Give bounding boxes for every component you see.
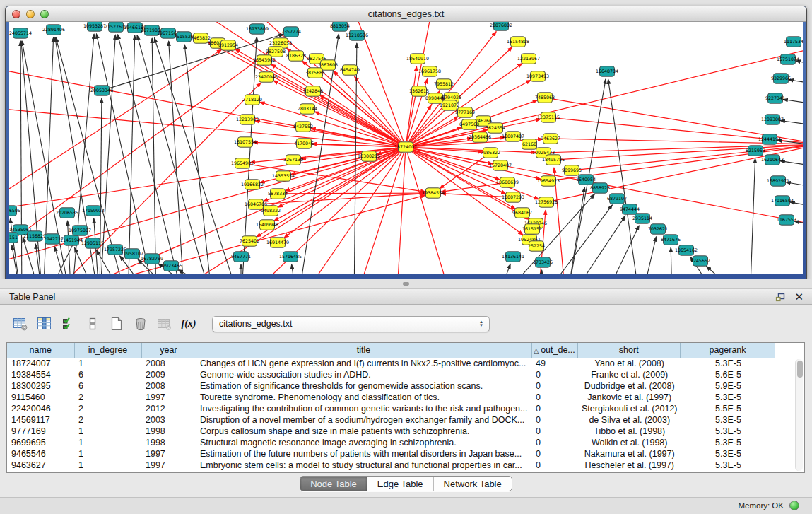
citation-edge[interactable] bbox=[601, 226, 639, 274]
table-cell[interactable]: 0 bbox=[531, 369, 577, 380]
citation-edge[interactable] bbox=[283, 193, 425, 194]
table-cell[interactable]: 0 bbox=[531, 414, 577, 426]
column-header-year[interactable]: year bbox=[141, 343, 196, 358]
split-divider[interactable] bbox=[0, 279, 812, 288]
table-cell[interactable]: 0 bbox=[531, 448, 577, 460]
float-window-icon[interactable] bbox=[775, 293, 785, 302]
citation-edge[interactable] bbox=[441, 194, 507, 197]
table-cell[interactable]: Franke et al. (2009) bbox=[577, 369, 681, 380]
table-cell[interactable]: Disruption of a novel member of a sodium… bbox=[196, 414, 531, 426]
table-cell[interactable]: Estimation of significance thresholds fo… bbox=[196, 380, 531, 392]
table-cell[interactable]: Wolkin et al. (1998) bbox=[577, 437, 681, 448]
delete-icon[interactable] bbox=[133, 316, 148, 332]
table-cell[interactable]: 9115460 bbox=[7, 392, 74, 403]
tab-network-table[interactable]: Network Table bbox=[434, 477, 512, 491]
citation-edge[interactable] bbox=[100, 35, 115, 274]
table-cell[interactable]: 0 bbox=[531, 392, 577, 403]
table-row[interactable]: 977716911998Corpus callosum shape and si… bbox=[7, 426, 775, 437]
citation-edge[interactable] bbox=[9, 49, 222, 213]
citation-edge[interactable] bbox=[608, 79, 640, 274]
citation-edge[interactable] bbox=[640, 237, 656, 274]
network-window-titlebar[interactable]: citations_edges.txt bbox=[6, 6, 806, 22]
citation-edge[interactable] bbox=[9, 64, 400, 146]
table-cell[interactable]: 1998 bbox=[141, 426, 196, 437]
table-cell[interactable]: Stergiakouli et al. (2012) bbox=[577, 403, 681, 414]
citation-edge[interactable] bbox=[671, 247, 672, 274]
rows-icon[interactable] bbox=[85, 316, 100, 332]
table-cell[interactable]: 2003 bbox=[141, 414, 196, 426]
table-cell[interactable]: 2008 bbox=[141, 380, 196, 392]
table-cell[interactable]: de Silva et al. (2003) bbox=[577, 414, 681, 426]
table-cell[interactable]: 5.6E-5 bbox=[681, 369, 775, 380]
table-cell[interactable]: 0 bbox=[531, 437, 577, 448]
table-row[interactable]: 946554611997Estimation of the future num… bbox=[7, 448, 775, 460]
select-columns-icon[interactable] bbox=[61, 316, 76, 332]
table-row[interactable]: 2242004622012Investigating the contribut… bbox=[7, 403, 775, 414]
citation-edge[interactable] bbox=[406, 66, 416, 141]
table-cell[interactable]: 1997 bbox=[141, 460, 196, 471]
table-row[interactable]: 946362711997Embryonic stem cells: a mode… bbox=[7, 460, 775, 471]
table-cell[interactable]: 5.3E-5 bbox=[681, 358, 775, 369]
citation-edge[interactable] bbox=[789, 80, 803, 87]
table-cell[interactable]: 2 bbox=[74, 392, 141, 403]
table-cell[interactable]: 1 bbox=[74, 460, 141, 471]
column-header-short[interactable]: short bbox=[577, 343, 681, 358]
table-cell[interactable]: 5.3E-5 bbox=[681, 448, 775, 460]
table-cell[interactable]: 2009 bbox=[141, 369, 196, 380]
table-cell[interactable]: 5.3E-5 bbox=[681, 426, 775, 437]
scrollbar-thumb[interactable] bbox=[797, 361, 803, 378]
table-row[interactable]: 1456911722003Disruption of a novel membe… bbox=[7, 414, 775, 426]
citation-edge[interactable] bbox=[184, 45, 213, 274]
citation-edge[interactable] bbox=[566, 187, 584, 274]
delete-table-icon[interactable] bbox=[157, 316, 172, 332]
table-cell[interactable]: 5.3E-5 bbox=[681, 437, 775, 448]
table-scrollbar[interactable] bbox=[795, 359, 803, 471]
table-cell[interactable]: 2008 bbox=[141, 358, 196, 369]
table-cell[interactable]: 1 bbox=[74, 437, 141, 448]
citation-edge[interactable] bbox=[260, 102, 401, 145]
table-cell[interactable]: 1 bbox=[74, 358, 141, 369]
table-cell[interactable]: 9699695 bbox=[7, 437, 74, 448]
citation-edge[interactable] bbox=[780, 161, 803, 169]
table-cell[interactable]: 6 bbox=[74, 369, 141, 380]
citation-edge[interactable] bbox=[20, 41, 22, 274]
citation-edge[interactable] bbox=[340, 22, 404, 142]
citation-edge[interactable] bbox=[409, 103, 446, 143]
citation-edge[interactable] bbox=[137, 35, 213, 274]
table-cell[interactable]: 5.3E-5 bbox=[681, 392, 775, 403]
table-cell[interactable]: 6 bbox=[74, 380, 141, 392]
table-cell[interactable]: 2012 bbox=[141, 403, 196, 414]
citation-edge[interactable] bbox=[790, 202, 803, 210]
table-cell[interactable]: Yano et al. (2008) bbox=[577, 358, 681, 369]
table-cell[interactable]: 5.9E-5 bbox=[681, 380, 775, 392]
table-cell[interactable]: 49 bbox=[531, 358, 577, 369]
table-cell[interactable]: Genome-wide association studies in ADHD. bbox=[196, 369, 531, 380]
table-cell[interactable]: Structural magnetic resonance image aver… bbox=[196, 437, 531, 448]
table-row[interactable]: 1830029562008Estimation of significance … bbox=[7, 380, 775, 392]
table-cell[interactable]: Investigating the contribution of common… bbox=[196, 403, 531, 414]
function-icon[interactable]: f(x) bbox=[181, 316, 196, 332]
citation-edge[interactable] bbox=[154, 37, 241, 274]
table-cell[interactable]: 9465546 bbox=[7, 448, 74, 460]
tab-node-table[interactable]: Node Table bbox=[300, 477, 367, 491]
citation-edge[interactable] bbox=[292, 264, 298, 274]
citation-edge[interactable] bbox=[118, 35, 184, 274]
citation-edge[interactable] bbox=[794, 221, 803, 228]
column-header-pagerank[interactable]: pagerank bbox=[681, 343, 775, 358]
table-cell[interactable]: Estimation of the future numbers of pati… bbox=[196, 448, 531, 460]
table-cell[interactable]: 14569117 bbox=[7, 414, 74, 426]
table-cell[interactable]: Jankovic et al. (1997) bbox=[577, 392, 681, 403]
table-cell[interactable]: Tourette syndrome. Phenomenology and cla… bbox=[196, 392, 531, 403]
table-selector-dropdown[interactable]: citations_edges.txt▲▼ bbox=[212, 316, 490, 332]
table-cell[interactable]: 0 bbox=[531, 460, 577, 471]
citation-edge[interactable] bbox=[284, 151, 401, 238]
table-cell[interactable]: 1998 bbox=[141, 437, 196, 448]
table-cell[interactable]: 19384554 bbox=[7, 369, 74, 380]
table-cell[interactable]: 0 bbox=[531, 380, 577, 392]
table-row[interactable]: 1872400712008Changes of HCN gene express… bbox=[7, 358, 775, 369]
table-cell[interactable]: 0 bbox=[531, 403, 577, 414]
citation-edge[interactable] bbox=[783, 100, 803, 107]
citation-edge[interactable] bbox=[796, 61, 803, 68]
table-cell[interactable]: Tibbo et al. (1998) bbox=[577, 426, 681, 437]
network-canvas[interactable]: 2405571422891406109532872152760219466160… bbox=[9, 22, 803, 274]
